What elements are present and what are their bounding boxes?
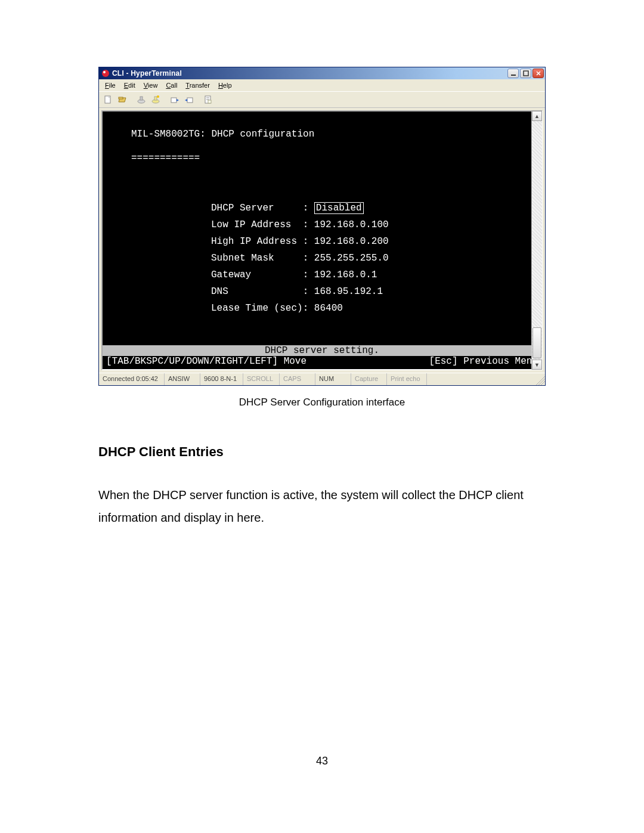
svg-rect-15	[171, 98, 177, 103]
svg-rect-17	[187, 98, 193, 103]
config-row[interactable]: Lease Time (sec):86400	[211, 300, 389, 317]
body-paragraph: When the DHCP server function is active,…	[98, 484, 546, 529]
config-label: DHCP Server	[211, 200, 303, 216]
app-icon	[101, 69, 110, 78]
scroll-down-icon[interactable]: ▼	[532, 360, 542, 370]
scroll-thumb[interactable]	[532, 327, 541, 358]
config-label: Subnet Mask	[211, 250, 303, 267]
status-capture: Capture	[351, 373, 387, 385]
nav-hint: [TAB/BKSPC/UP/DOWN/RIGHT/LEFT] Move [Esc…	[103, 356, 541, 369]
config-label: Gateway	[211, 267, 303, 283]
disconnect-icon[interactable]	[149, 94, 162, 106]
config-label: High IP Address	[211, 233, 303, 250]
config-sep: :	[303, 283, 314, 300]
menu-edit[interactable]: Edit	[120, 80, 140, 90]
svg-rect-22	[208, 100, 211, 103]
section-bar: DHCP server setting.	[103, 345, 541, 356]
menu-call[interactable]: Call	[162, 80, 182, 90]
svg-point-1	[103, 71, 106, 73]
menu-file[interactable]: File	[101, 80, 120, 90]
new-icon[interactable]	[101, 94, 114, 106]
config-value[interactable]: 192.168.0.200	[314, 233, 389, 250]
config-row[interactable]: Low IP Address : 192.168.0.100	[211, 216, 389, 233]
config-row[interactable]: High IP Address: 192.168.0.200	[211, 233, 389, 250]
close-button[interactable]	[532, 69, 544, 78]
config-row[interactable]: Subnet Mask : 255.255.255.0	[211, 250, 389, 267]
nav-hint-right: [Esc] Previous Menu	[429, 356, 538, 367]
config-label: Low IP Address	[211, 216, 303, 233]
config-sep: :	[303, 200, 314, 216]
title-bar: CLI - HyperTerminal	[99, 67, 545, 79]
config-value[interactable]: 192.168.0.100	[314, 216, 389, 233]
figure-caption: DHCP Server Configuration interface	[0, 397, 644, 408]
config-sep: :	[303, 300, 314, 317]
selected-value[interactable]: Disabled	[314, 202, 364, 214]
svg-point-0	[102, 70, 109, 77]
terminal[interactable]: MIL-SM8002TG: DHCP configuration =======…	[101, 110, 543, 370]
svg-rect-2	[511, 75, 516, 76]
status-emulation: ANSIW	[165, 373, 200, 385]
svg-rect-3	[524, 71, 528, 76]
status-caps: CAPS	[280, 373, 315, 385]
svg-marker-18	[185, 99, 187, 101]
config-sep: :	[303, 233, 314, 250]
config-sep: :	[303, 216, 314, 233]
config-label: DNS	[211, 283, 303, 300]
terminal-header: MIL-SM8002TG: DHCP configuration	[131, 128, 527, 140]
config-row[interactable]: Gateway : 192.168.0.1	[211, 267, 389, 283]
svg-rect-13	[154, 97, 157, 100]
svg-rect-9	[119, 97, 123, 99]
status-connected: Connected 0:05:42	[99, 373, 165, 385]
config-row[interactable]: DNS : 168.95.192.1	[211, 283, 389, 300]
vertical-scrollbar[interactable]: ▲ ▼	[531, 111, 542, 370]
receive-icon[interactable]	[182, 94, 196, 106]
connect-icon[interactable]	[135, 94, 148, 106]
status-num: NUM	[315, 373, 351, 385]
status-printecho: Print echo	[387, 373, 427, 385]
resize-grip-icon[interactable]	[534, 373, 545, 385]
svg-marker-16	[177, 99, 179, 101]
open-icon[interactable]	[116, 94, 129, 106]
config-sep: :	[303, 267, 314, 283]
config-label: Lease Time (sec)	[211, 300, 303, 317]
config-row[interactable]: DHCP Server : Disabled	[211, 200, 389, 216]
menu-transfer[interactable]: Transfer	[182, 80, 215, 90]
status-bar: Connected 0:05:42 ANSIW 9600 8-N-1 SCROL…	[99, 373, 545, 385]
status-scroll: SCROLL	[243, 373, 280, 385]
page-number: 43	[0, 755, 644, 767]
config-value[interactable]: 168.95.192.1	[314, 283, 389, 300]
properties-icon[interactable]	[202, 94, 215, 106]
send-icon[interactable]	[168, 94, 181, 106]
config-table: DHCP Server : DisabledLow IP Address : 1…	[211, 200, 389, 317]
toolbar	[99, 92, 545, 108]
menu-help[interactable]: Help	[215, 80, 237, 90]
maximize-button[interactable]	[520, 69, 531, 78]
status-port: 9600 8-N-1	[200, 373, 243, 385]
config-value[interactable]: 255.255.255.0	[314, 250, 389, 267]
config-value[interactable]: 86400	[314, 300, 389, 317]
menu-bar: File Edit View Call Transfer Help	[99, 79, 545, 92]
config-value[interactable]: 192.168.0.1	[314, 267, 389, 283]
config-value[interactable]: Disabled	[314, 200, 389, 216]
svg-point-14	[157, 95, 159, 98]
scroll-up-icon[interactable]: ▲	[532, 111, 542, 121]
hyperterminal-window: CLI - HyperTerminal File Edit View Call …	[98, 67, 546, 386]
menu-view[interactable]: View	[140, 80, 163, 90]
minimize-button[interactable]	[507, 69, 519, 78]
section-heading: DHCP Client Entries	[98, 444, 546, 460]
scroll-track[interactable]	[532, 121, 542, 360]
nav-hint-left: [TAB/BKSPC/UP/DOWN/RIGHT/LEFT] Move	[106, 356, 306, 367]
window-title: CLI - HyperTerminal	[112, 69, 507, 78]
config-sep: :	[303, 250, 314, 267]
svg-rect-11	[140, 97, 143, 100]
client-area: MIL-SM8002TG: DHCP configuration =======…	[99, 108, 545, 373]
terminal-hr: ============	[131, 152, 527, 164]
